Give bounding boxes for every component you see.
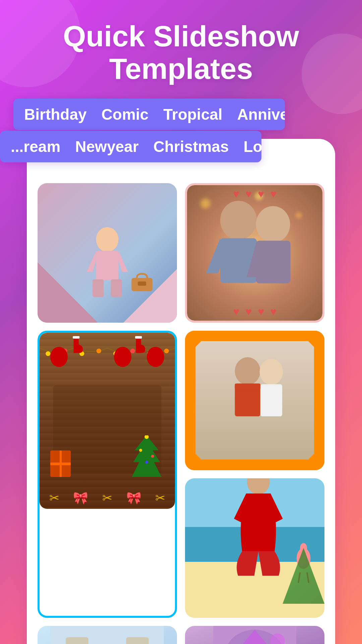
tab-dream[interactable]: ...ream xyxy=(11,138,60,156)
svg-point-23 xyxy=(139,449,142,452)
title-line1: Quick Slideshow xyxy=(63,19,299,53)
svg-point-27 xyxy=(235,357,260,385)
template-christmas[interactable]: ✂ 🎀 ✂ 🎀 ✂ xyxy=(38,331,177,618)
template-love[interactable]: ♥ ♥ ♥ ♥ ♥ ♥ ♥ ♥ xyxy=(185,183,324,323)
tab-birthday[interactable]: Birthday xyxy=(24,105,87,123)
svg-marker-22 xyxy=(132,435,162,477)
right-column xyxy=(185,331,324,618)
ornament-2 xyxy=(114,347,131,367)
comic-couple-icon xyxy=(207,353,302,448)
svg-rect-40 xyxy=(66,637,88,644)
svg-point-32 xyxy=(247,478,269,495)
svg-point-6 xyxy=(220,201,257,239)
template-fashion[interactable] xyxy=(38,183,177,323)
svg-point-0 xyxy=(96,227,119,252)
svg-rect-30 xyxy=(260,384,282,417)
template-abstract-partial[interactable] xyxy=(185,626,324,644)
svg-point-25 xyxy=(145,461,148,464)
tab-newyear[interactable]: Newyear xyxy=(75,138,138,156)
couple-icon xyxy=(194,192,316,314)
handbag-icon xyxy=(128,271,156,292)
tab-tropical[interactable]: Tropical xyxy=(163,105,222,123)
tab-anniversary[interactable]: Anniversary xyxy=(237,105,285,123)
tab-love[interactable]: Love xyxy=(244,138,261,156)
template-bedroom-partial[interactable] xyxy=(38,626,177,644)
svg-point-7 xyxy=(256,206,290,243)
bedroom-scene-icon xyxy=(38,626,177,644)
heart-decorations-top: ♥ ♥ ♥ ♥ xyxy=(233,188,277,200)
scissors-decoration: ✂ 🎀 ✂ 🎀 ✂ xyxy=(40,491,175,505)
christmas-tree-icon xyxy=(132,435,162,477)
template-beach[interactable] xyxy=(185,478,324,618)
svg-rect-3 xyxy=(111,279,122,297)
heart-decorations-bottom: ♥ ♥ ♥ ♥ xyxy=(233,306,277,318)
svg-point-13 xyxy=(97,348,101,353)
svg-rect-19 xyxy=(73,336,79,339)
beach-woman-icon xyxy=(234,478,283,576)
svg-rect-1 xyxy=(96,251,119,280)
template-comic[interactable] xyxy=(185,331,324,470)
tab-christmas[interactable]: Christmas xyxy=(154,138,229,156)
tab-comic[interactable]: Comic xyxy=(102,105,149,123)
svg-point-10 xyxy=(46,351,50,356)
svg-point-28 xyxy=(259,359,283,385)
stocking-2-icon xyxy=(132,336,145,353)
stocking-1-icon xyxy=(69,336,83,353)
gift-1 xyxy=(50,450,71,477)
abstract-scene-icon xyxy=(185,626,324,644)
tabs-row-1: Birthday Comic Tropical Anniversary Val.… xyxy=(13,99,285,130)
page-title: Quick Slideshow Templates xyxy=(43,20,319,85)
svg-point-17 xyxy=(164,348,169,353)
templates-card: ♥ ♥ ♥ ♥ ♥ ♥ ♥ ♥ xyxy=(27,139,335,644)
svg-rect-21 xyxy=(135,336,142,339)
svg-point-24 xyxy=(151,455,154,458)
tabs-row-2: ...ream Newyear Christmas Love Magazine xyxy=(0,131,261,162)
ornament-3 xyxy=(147,347,164,367)
svg-rect-31 xyxy=(235,384,260,389)
ornament-1 xyxy=(50,347,68,367)
svg-rect-41 xyxy=(126,637,149,644)
title-line2: Templates xyxy=(109,52,253,85)
svg-rect-5 xyxy=(138,281,146,285)
svg-rect-2 xyxy=(93,279,104,297)
